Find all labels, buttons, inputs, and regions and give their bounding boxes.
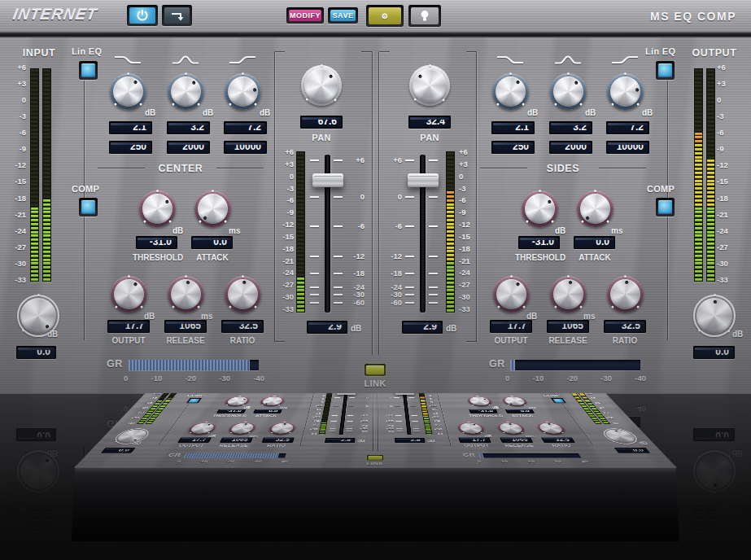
scale-label: -21: [459, 257, 479, 265]
comp-left-label: COMP: [72, 184, 99, 194]
gr-right-meter: [510, 360, 640, 370]
sides-release-knob[interactable]: [550, 276, 587, 313]
center-output-knob[interactable]: [111, 276, 147, 313]
sides-output-label: OUTPUT: [487, 336, 535, 345]
hint-button[interactable]: [408, 5, 441, 27]
settings-button[interactable]: ⚙: [366, 5, 404, 27]
center-eq-high-gain-display[interactable]: 7.2: [224, 121, 267, 134]
scale-label: -9: [3, 145, 26, 152]
sides-eq-mid-freq-display[interactable]: 2000: [549, 141, 592, 154]
sides-output-knob[interactable]: [493, 276, 530, 313]
center-eq-mid-gain-display[interactable]: 3.2: [167, 121, 210, 134]
comp-right-toggle[interactable]: [656, 198, 675, 217]
scale-label: -9: [717, 145, 740, 152]
output-label: OUTPUT: [686, 47, 743, 59]
meter-column: [706, 68, 715, 282]
scale-label: -15: [459, 233, 479, 240]
center-eq-low-freq-display[interactable]: 250: [109, 141, 152, 154]
scale-label: -21: [717, 211, 740, 218]
center-eq-high-freq-display[interactable]: 10000: [224, 141, 267, 154]
link-label: LINK: [359, 378, 391, 388]
gr-left-meter: [129, 360, 259, 370]
knob-pointer: [692, 294, 737, 339]
center-output-display[interactable]: 17.7: [107, 320, 150, 333]
unit-db: dB: [527, 108, 538, 117]
modify-button[interactable]: MODIFY: [286, 7, 324, 24]
center-release-knob[interactable]: [168, 276, 204, 313]
output-gain-display[interactable]: 0.0: [693, 346, 735, 359]
gr-right-label: GR: [489, 358, 505, 370]
center-eq-low-gain-display[interactable]: 2.1: [109, 121, 152, 134]
center-fader-display[interactable]: 2.9: [307, 321, 347, 334]
bracket: [275, 341, 285, 342]
unit-db: dB: [172, 226, 183, 235]
save-button[interactable]: SAVE: [328, 7, 358, 24]
center-fader-handle[interactable]: [312, 173, 343, 187]
lin-eq-right-toggle[interactable]: [656, 61, 675, 80]
bulb-icon: [411, 7, 439, 24]
lin-eq-left-label: Lin EQ: [72, 46, 102, 56]
fader-scale-label: -6: [345, 222, 365, 230]
center-threshold-knob[interactable]: [139, 190, 176, 227]
center-ratio-knob[interactable]: [225, 276, 261, 313]
output-gain-knob[interactable]: [693, 295, 736, 337]
center-eq-mid-knob[interactable]: [168, 73, 204, 110]
sides-ratio-knob[interactable]: [607, 276, 644, 313]
sides-eq-high-knob[interactable]: [607, 73, 644, 110]
sides-pan-knob[interactable]: [409, 65, 450, 106]
sides-fader-handle[interactable]: [408, 173, 439, 187]
sides-eq-high-freq-display[interactable]: 10000: [606, 141, 649, 154]
scale-label: +6: [459, 148, 479, 155]
sides-threshold-knob[interactable]: [522, 190, 558, 227]
scale-label: -9: [459, 208, 479, 216]
scale-label: -30: [219, 374, 230, 383]
center-attack-display[interactable]: 0.0: [191, 236, 233, 249]
sides-eq-low-freq-display[interactable]: 250: [491, 141, 535, 154]
power-button[interactable]: [127, 5, 158, 26]
center-ratio-display[interactable]: 32.5: [221, 320, 264, 333]
sides-release-display[interactable]: 1065: [547, 320, 589, 333]
scale-label: -18: [273, 245, 294, 252]
sides-ratio-display[interactable]: 32.5: [604, 320, 646, 333]
sides-eq-low-gain-display[interactable]: 2.1: [491, 121, 535, 134]
comp-right-label: COMP: [647, 184, 675, 194]
sides-eq-high-gain-display[interactable]: 7.2: [606, 121, 649, 134]
center-threshold-display[interactable]: -31.0: [136, 236, 177, 249]
center-pan-display[interactable]: 67.6: [300, 116, 343, 129]
fader-scale-label: -6: [382, 222, 402, 230]
link-button[interactable]: [365, 364, 386, 376]
center-eq-high-knob[interactable]: [225, 73, 261, 110]
sides-output-display[interactable]: 17.7: [490, 320, 532, 333]
sides-eq-mid-knob[interactable]: [550, 73, 587, 110]
scale-label: -40: [253, 374, 264, 383]
fader-scale-label: -30: [345, 291, 365, 299]
sides-pan-display[interactable]: 32.4: [408, 116, 451, 129]
input-gain-display[interactable]: 0.0: [16, 346, 56, 359]
sides-eq-mid-gain-display[interactable]: 3.2: [549, 121, 592, 134]
input-meter-scale: +6+30-3-6-9-12-15-18-21-24-27-30-33: [3, 63, 26, 283]
sides-attack-knob[interactable]: [577, 190, 613, 227]
bypass-arrow-button[interactable]: [162, 5, 192, 26]
sides-eq-low-knob[interactable]: [492, 73, 529, 110]
comp-left-light: [81, 200, 95, 214]
center-pan-knob[interactable]: [301, 65, 342, 106]
scale-label: +6: [3, 63, 26, 71]
comp-left-toggle[interactable]: [79, 198, 98, 217]
center-eq-mid-freq-display[interactable]: 2000: [167, 141, 210, 154]
sides-release-label: RELEASE: [544, 336, 592, 345]
sides-threshold-display[interactable]: -31.0: [518, 236, 560, 249]
scale-label: -6: [459, 196, 479, 203]
center-attack-label: ATTACK: [190, 253, 234, 262]
scale-label: -15: [717, 177, 740, 185]
fader-scale-label: +6: [345, 156, 365, 164]
center-fader-meter-scale: +6+30-3-6-9-12-15-18-21-24-27-30-33: [273, 148, 294, 313]
center-attack-knob[interactable]: [194, 190, 231, 227]
center-fader-meter: [296, 151, 305, 313]
scale-label: -18: [717, 195, 740, 202]
sides-attack-display[interactable]: 0.0: [574, 236, 615, 249]
fader-scale-label: -12: [345, 252, 365, 260]
center-release-display[interactable]: 1065: [164, 320, 207, 333]
lin-eq-left-toggle[interactable]: [79, 61, 98, 80]
center-eq-low-knob[interactable]: [110, 73, 146, 110]
sides-fader-display[interactable]: 2.9: [402, 321, 443, 334]
